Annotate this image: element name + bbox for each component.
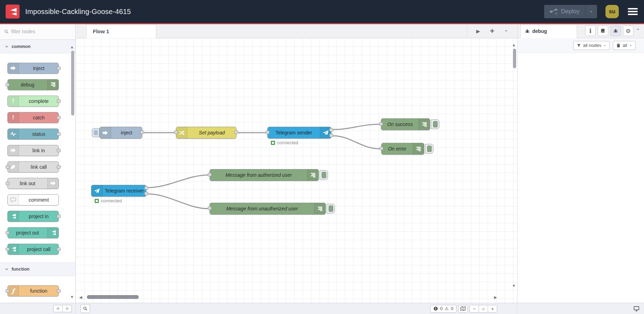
- tab-menu-caret[interactable]: [504, 29, 508, 33]
- palette-category-common[interactable]: common: [0, 40, 75, 54]
- tab-flow-1[interactable]: Flow 1: [86, 24, 156, 38]
- debug-list-icon: [419, 119, 430, 130]
- canvas-scroll-left-arrow[interactable]: ◀: [79, 295, 82, 299]
- input-port[interactable]: [208, 207, 212, 210]
- palette-node-comment[interactable]: comment: [7, 194, 59, 205]
- flow-node-inject[interactable]: inject: [100, 127, 142, 139]
- sidebar-footer: [517, 303, 644, 314]
- input-port[interactable]: [379, 147, 383, 150]
- warning-count: 0: [451, 306, 453, 311]
- palette-node-project-out[interactable]: project out: [7, 227, 59, 238]
- palette-filter-input[interactable]: [11, 29, 71, 34]
- canvas-hscrollbar-thumb[interactable]: [87, 295, 139, 299]
- debug-clear-button[interactable]: all: [613, 41, 636, 50]
- main-menu-button[interactable]: [627, 7, 638, 16]
- palette-expand-all-button[interactable]: [62, 305, 72, 312]
- canvas-search-button[interactable]: [81, 304, 90, 313]
- palette-node-function[interactable]: ƒ function: [7, 285, 59, 296]
- debug-messages-panel[interactable]: [518, 53, 644, 303]
- canvas-scroll-down-arrow[interactable]: ▼: [512, 284, 516, 288]
- comment-bubble-icon: [8, 195, 19, 205]
- debug-enable-toggle[interactable]: [425, 144, 433, 154]
- output-port[interactable]: [234, 131, 238, 134]
- input-port[interactable]: [379, 122, 383, 126]
- deploy-options-button[interactable]: [585, 5, 597, 18]
- flow-node-on-error[interactable]: On error: [381, 143, 424, 155]
- sidebar-debug-button[interactable]: [610, 26, 621, 36]
- output-port[interactable]: [140, 131, 144, 134]
- palette-scroll-down-arrow[interactable]: ▼: [70, 295, 74, 299]
- tab-list-button[interactable]: ▶: [476, 28, 480, 34]
- caret-down-icon: [629, 43, 632, 48]
- inject-trigger-button[interactable]: [92, 128, 100, 137]
- output-port-2[interactable]: [144, 192, 148, 195]
- debug-enable-toggle[interactable]: [431, 119, 439, 129]
- sidebar-tool-buttons: i ⚙: [585, 26, 644, 38]
- debug-enable-toggle[interactable]: [327, 204, 335, 214]
- debug-enable-toggle[interactable]: [320, 170, 328, 180]
- output-port: [57, 116, 61, 119]
- flow-issue-counts[interactable]: 0 ⚠ 0: [430, 305, 457, 313]
- sidebar-info-button[interactable]: i: [585, 26, 596, 36]
- input-port[interactable]: [266, 131, 269, 134]
- sidebar-config-button[interactable]: ⚙: [623, 26, 633, 36]
- flow-node-on-success[interactable]: On success: [381, 118, 430, 130]
- flow-node-msg-unauthorized[interactable]: Message from unautherized user: [210, 203, 326, 215]
- zoom-reset-button[interactable]: ○: [479, 305, 488, 313]
- palette-node-link-call[interactable]: link call: [7, 161, 59, 173]
- output-port-2[interactable]: [329, 134, 333, 137]
- output-port: [57, 67, 61, 70]
- user-avatar[interactable]: su: [605, 5, 619, 18]
- palette-category-function[interactable]: function: [0, 262, 75, 276]
- map-icon: [460, 306, 466, 311]
- add-flow-button[interactable]: +: [490, 27, 494, 35]
- flow-node-telegram-receiver[interactable]: Telegram receiver: [91, 185, 146, 197]
- search-icon: [83, 306, 88, 311]
- palette-scroll-up-arrow[interactable]: ▲: [70, 45, 74, 49]
- canvas-scroll-up-arrow[interactable]: ▲: [512, 43, 516, 47]
- palette-node-complete[interactable]: ! complete: [7, 96, 59, 107]
- palette-node-inject[interactable]: inject: [7, 63, 59, 74]
- deploy-button[interactable]: Deploy: [544, 5, 597, 18]
- flow-node-set-payload[interactable]: Set payload: [176, 127, 237, 139]
- navigator-button[interactable]: [458, 305, 468, 313]
- canvas-vscrollbar-thumb[interactable]: [513, 49, 516, 68]
- tab-debug[interactable]: debug: [520, 24, 577, 38]
- deploy-button-main[interactable]: Deploy: [544, 5, 585, 18]
- open-debug-window-icon[interactable]: [633, 306, 640, 312]
- palette-node-catch[interactable]: ! catch: [7, 112, 59, 123]
- status-connected-icon: [95, 199, 99, 203]
- palette-node-link-in[interactable]: link in: [7, 145, 59, 156]
- canvas-scroll-right-arrow[interactable]: ▶: [494, 295, 497, 299]
- status-connected-icon: [271, 141, 275, 145]
- palette-node-debug[interactable]: debug: [7, 79, 59, 90]
- output-port-1[interactable]: [144, 186, 148, 190]
- palette-node-project-call[interactable]: project call: [7, 244, 59, 255]
- flow-node-msg-authorized[interactable]: Message from autherized user: [210, 169, 319, 181]
- palette-category-function-body: ƒ function: [0, 276, 75, 303]
- palette-node-link-out[interactable]: link out: [7, 178, 59, 189]
- output-port-1[interactable]: [329, 128, 333, 132]
- project-icon: [47, 228, 59, 238]
- zoom-in-button[interactable]: +: [488, 305, 497, 313]
- gear-icon: ⚙: [626, 28, 631, 34]
- sidebar-help-button[interactable]: [598, 26, 608, 36]
- wire-receiver-auth: [148, 175, 208, 188]
- wire-sender-onerror: [333, 136, 379, 149]
- flow-node-telegram-sender[interactable]: Telegram sender: [267, 127, 331, 139]
- flow-canvas[interactable]: inject Set payload Telegram sender: [76, 38, 517, 303]
- input-port: [6, 247, 9, 251]
- filter-funnel-icon: [577, 43, 581, 48]
- input-port[interactable]: [208, 173, 212, 176]
- zoom-out-button[interactable]: −: [470, 305, 479, 313]
- palette-collapse-all-button[interactable]: [53, 305, 63, 312]
- sidebar-menu-caret[interactable]: [636, 26, 641, 35]
- palette-node-project-in[interactable]: project in: [7, 211, 59, 222]
- palette-node-status[interactable]: status: [7, 128, 59, 140]
- input-port[interactable]: [174, 131, 178, 134]
- debug-filter-button[interactable]: all nodes: [573, 41, 610, 50]
- palette-scrollbar-thumb[interactable]: [71, 51, 74, 116]
- main-area: common inject debug ! compl: [0, 24, 644, 303]
- book-icon: [601, 28, 605, 33]
- double-chevron-down-icon: [65, 307, 69, 310]
